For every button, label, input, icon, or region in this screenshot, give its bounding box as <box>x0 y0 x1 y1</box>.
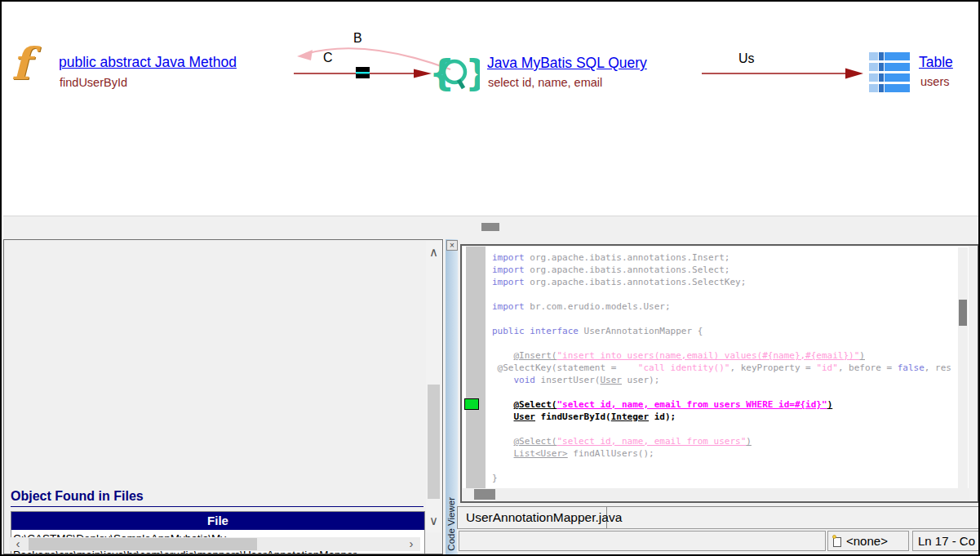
code-line[interactable] <box>492 460 951 472</box>
object-properties-panel: Object Found in Files File C:\CASTMS\Dep… <box>3 239 443 554</box>
code-line[interactable]: import org.apache.ibatis.annotations.Sel… <box>492 276 951 288</box>
edge-label-us: Us <box>738 51 755 66</box>
edge-label-b: B <box>353 31 362 46</box>
code-gutter[interactable] <box>466 247 486 488</box>
splitter-grip[interactable] <box>481 223 499 231</box>
left-panel-vertical-scrollbar[interactable]: ∧ ∨ <box>426 241 441 532</box>
code-line[interactable] <box>492 288 951 300</box>
code-viewer-panel: × Code Viewer import org.apache.ibatis.a… <box>444 239 980 554</box>
code-line[interactable]: } <box>492 472 951 484</box>
java-method-icon[interactable]: f <box>11 41 54 90</box>
sql-query-icon[interactable]: { } <box>429 54 480 95</box>
tab-userannotationmapper-java[interactable]: UserAnnotationMapper.java <box>457 506 607 531</box>
status-selection: <none> <box>846 534 888 548</box>
svg-text:{: { <box>429 54 455 94</box>
horizontal-scroll-thumb[interactable] <box>29 538 257 550</box>
status-line-column: Ln 17 - Co <box>912 531 980 551</box>
code-line[interactable]: public interface UserAnnotationMapper { <box>492 325 951 337</box>
sql-query-text: select id, name, email <box>488 76 602 89</box>
code-line[interactable]: User findUserById(Integer id); <box>492 411 951 423</box>
code-line[interactable]: @Insert("insert into users(name,email) v… <box>492 349 951 362</box>
code-line[interactable]: @Select("select id, name, email from use… <box>492 398 951 411</box>
code-viewer-side-strip[interactable]: × Code Viewer <box>446 239 458 554</box>
code-editor-frame: import org.apache.ibatis.annotations.Ins… <box>460 244 979 503</box>
table-name: users <box>920 75 949 88</box>
sql-query-link[interactable]: Java MyBatis SQL Query <box>487 55 647 72</box>
code-line[interactable] <box>492 313 951 325</box>
code-line[interactable]: import org.apache.ibatis.annotations.Sel… <box>492 264 951 276</box>
close-icon[interactable]: × <box>446 240 458 251</box>
scroll-down-arrow[interactable]: ∨ <box>426 513 441 529</box>
application-window: f public abstract Java Method findUserBy… <box>0 0 980 556</box>
dependency-diagram: f public abstract Java Method findUserBy… <box>2 2 978 215</box>
horizontal-splitter[interactable] <box>3 216 980 239</box>
code-horizontal-scrollbar[interactable] <box>463 488 969 500</box>
tab-label: UserAnnotationMapper.java <box>458 507 606 525</box>
status-cell-bookmark: <none> <box>827 531 909 551</box>
edge-b-arrowhead <box>297 50 313 60</box>
edge-us-arrowhead <box>845 69 863 79</box>
code-line[interactable] <box>492 337 951 349</box>
code-lines[interactable]: import org.apache.ibatis.annotations.Ins… <box>492 251 951 484</box>
java-method-name: findUserById <box>60 76 127 89</box>
tab-strip-line <box>607 506 980 507</box>
code-line[interactable]: @SelectKey(statement = "call identity()"… <box>492 362 951 374</box>
code-viewer-vertical-label: Code Viewer <box>446 497 458 551</box>
bookmark-icon <box>831 535 843 548</box>
vertical-scroll-thumb[interactable] <box>428 385 440 499</box>
scroll-right-arrow[interactable]: › <box>404 537 419 551</box>
edge-c-marker-cyan-line <box>356 72 370 73</box>
diagram-edges <box>2 2 978 215</box>
code-vertical-scroll-thumb[interactable] <box>959 300 967 326</box>
table-link[interactable]: Table <box>919 54 953 71</box>
code-editor[interactable]: import org.apache.ibatis.annotations.Ins… <box>463 247 969 488</box>
files-section-heading: Object Found in Files <box>11 489 144 504</box>
file-column-header: File <box>11 512 424 530</box>
selected-object-marker-icon <box>464 398 479 410</box>
java-method-link[interactable]: public abstract Java Method <box>59 54 237 71</box>
files-section-rule <box>11 506 423 507</box>
scroll-up-arrow[interactable]: ∧ <box>426 244 441 260</box>
code-line[interactable]: @Select("select id, name, email from use… <box>492 435 951 447</box>
left-panel-horizontal-scrollbar[interactable]: ‹ › <box>9 537 420 551</box>
code-horizontal-scroll-thumb[interactable] <box>474 489 495 500</box>
status-bar: <none> Ln 17 - Co <box>457 528 980 552</box>
code-line[interactable] <box>492 386 951 398</box>
code-line[interactable]: import org.apache.ibatis.annotations.Ins… <box>492 251 951 264</box>
status-cell-empty <box>459 531 826 551</box>
code-vertical-scrollbar[interactable] <box>958 247 968 488</box>
scroll-left-arrow[interactable]: ‹ <box>11 537 25 551</box>
code-line[interactable] <box>492 423 951 435</box>
code-line[interactable]: List<User> findAllUsers(); <box>492 447 951 460</box>
table-icon[interactable] <box>869 52 910 95</box>
code-line[interactable]: void insertUser(User user); <box>492 374 951 386</box>
edge-label-c: C <box>323 51 333 65</box>
code-line[interactable]: import br.com.erudio.models.User; <box>492 300 951 313</box>
svg-text:}: } <box>465 54 480 94</box>
